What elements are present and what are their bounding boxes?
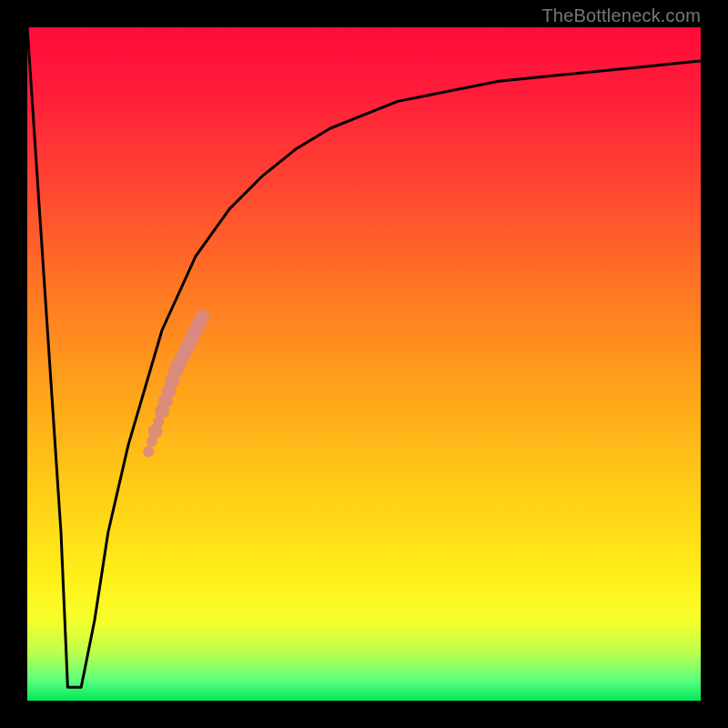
chart-frame: TheBottleneck.com <box>0 0 728 728</box>
highlight-dot <box>143 446 154 457</box>
plot-area <box>27 27 701 701</box>
highlight-markers <box>143 309 209 457</box>
highlight-dot <box>195 309 209 324</box>
main-curve <box>27 27 701 687</box>
chart-svg <box>27 27 701 701</box>
attribution-text: TheBottleneck.com <box>541 5 701 26</box>
